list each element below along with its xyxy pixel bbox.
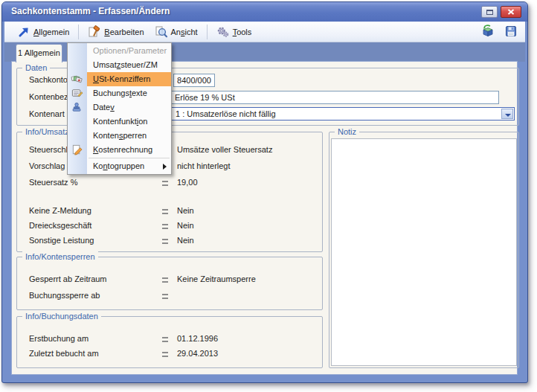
titlebar[interactable]: Sachkontenstamm - Erfassen/Ändern [2,2,527,22]
field-label-kontenart: Kontenart [29,109,65,118]
menu-item-label: Buchungstexte [93,89,147,97]
row-value: Nein [177,221,194,230]
chevron-down-icon[interactable] [501,109,513,119]
menu-item-label: Kontensperren [93,131,147,140]
menu-item-ust-kennziffern[interactable]: USt-Kennziffern [68,72,171,86]
document-pencil-icon [71,144,84,156]
sachkonto-input[interactable] [173,74,215,87]
cards-icon [71,73,84,86]
toolbar-item-label: Tools [233,28,252,36]
gears-icon [216,25,230,39]
equals-icon [162,337,168,342]
menu-item-umsatzsteuer-zm[interactable]: Umsatzsteuer/ZM [68,58,171,72]
magnifier-icon [155,25,168,39]
row-label: Dreiecksgeschäft [29,221,91,230]
row-label: Steuersatz % [29,178,77,187]
toolbar: Allgemein Bearbeiten Ansicht [4,22,525,42]
menu-item-label: Umsatzsteuer/ZM [93,60,158,69]
group-label: Notiz [335,126,359,137]
menu-item-label: Kostenrechnung [93,145,152,154]
hammer-document-icon [88,25,101,39]
group-label: Info/Kontensperren [22,251,98,262]
toolbar-item-label: Allgemein [33,28,69,36]
row-value: 19,00 [177,178,198,187]
equals-icon [162,294,168,299]
submenu-arrow-icon [163,164,167,170]
menu-item-buchungstexte[interactable]: Buchungstexte [68,86,171,100]
row-value: 29.04.2013 [177,349,218,358]
row-value: 01.12.1996 [177,334,218,343]
save-disk-icon[interactable] [504,25,518,38]
row-label: Zuletzt bebucht am [29,349,99,358]
group-label: Info/Buchungsdaten [22,311,101,321]
row-label: Sonstige Leistung [29,236,94,245]
window-title: Sachkontenstamm - Erfassen/Ändern [11,6,170,16]
field-label-sachkonto: Sachkonto [29,75,68,84]
note-pencil-icon [71,87,84,100]
equals-icon [162,224,168,229]
menu-item-kontensperren[interactable]: Kontensperren [68,129,171,143]
group-label: Daten [22,62,50,73]
menu-item-optionen-parameter[interactable]: Optionen/Parameter [68,44,171,58]
tab-allgemein[interactable]: 1 Allgemein [16,44,62,62]
toolbar-separator [78,25,79,39]
toolbar-item-bearbeiten[interactable]: Bearbeiten [83,24,149,40]
kontenart-combobox[interactable]: 1 : Umsatzerlöse nicht fällig [171,107,515,121]
menu-item-label: USt-Kennziffern [93,74,150,83]
toolbar-item-label: Bearbeiten [104,28,144,36]
menu-item-label: Optionen/Parameter [93,46,167,55]
row-label: Erstbuchung am [29,334,89,343]
row-label: Buchungssperre ab [29,291,100,300]
menu-item-kontogruppen[interactable]: Kontogruppen [68,159,171,173]
toolbar-item-tools[interactable]: Tools [211,24,257,40]
equals-icon [162,239,168,244]
group-info-buchungsdaten: Info/Buchungsdaten Erstbuchung am 01.12.… [16,316,323,368]
close-icon [507,9,515,15]
stamp-icon [71,101,84,114]
toolbar-separator [207,25,208,39]
cube-arrow-icon[interactable] [481,25,495,38]
restore-button[interactable] [481,6,498,18]
row-value: Keine Zeitraumsperre [177,274,256,283]
group-notiz: Notiz [329,132,519,368]
menu-item-datev[interactable]: Datev [68,100,171,115]
kontenart-value: 1 : Umsatzerlöse nicht fällig [176,109,276,118]
equals-icon [162,277,168,283]
row-label: Keine Z-Meldung [29,206,91,215]
toolbar-item-allgemein[interactable]: Allgemein [12,24,74,40]
row-label: Gesperrt ab Zeitraum [29,274,107,283]
row-value: Nein [177,236,194,245]
menu-item-kontenfunktion[interactable]: Kontenfunktion [68,115,171,129]
row-value: Nein [177,206,194,215]
kontenbezeichnung-input[interactable] [171,91,499,104]
menu-item-kostenrechnung[interactable]: Kostenrechnung [68,143,171,157]
notiz-textarea[interactable] [331,138,517,366]
row-value: Umsätze voller Steuersatz [177,145,272,154]
restore-icon [486,10,493,15]
arrow-up-right-icon [17,25,30,39]
close-button[interactable] [501,6,521,18]
menu-item-label: Kontogruppen [93,161,144,170]
menu-item-label: Kontenfunktion [93,117,147,126]
equals-icon [162,352,168,357]
equals-icon [162,209,168,214]
row-value: nicht hinterlegt [177,161,231,170]
bearbeiten-menu: Optionen/Parameter Umsatzsteuer/ZM USt-K… [67,42,172,175]
toolbar-item-label: Ansicht [171,28,198,36]
equals-icon [162,181,168,186]
toolbar-item-ansicht[interactable]: Ansicht [149,24,203,40]
group-info-kontensperren: Info/Kontensperren Gesperrt ab Zeitraum … [16,257,323,310]
menu-item-label: Datev [93,103,115,112]
